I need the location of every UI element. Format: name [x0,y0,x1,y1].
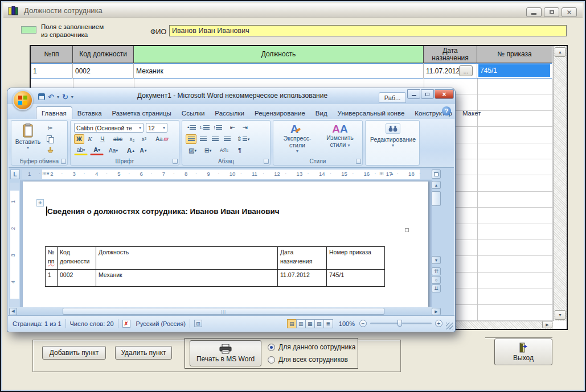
ribbon-tab-макет[interactable]: Макет [457,107,486,119]
format-painter-icon[interactable] [44,146,56,156]
ribbon-tab-ссылки[interactable]: Ссылки [177,107,210,119]
strikethrough-button[interactable]: abc [110,134,125,144]
justify-button[interactable] [222,134,232,144]
previous-page-icon[interactable]: ⇈ [432,267,441,275]
ribbon-tab-рассылки[interactable]: Рассылки [210,107,249,119]
highlight-button[interactable]: ab▾ [74,146,88,155]
shrink-font-button[interactable]: А▼ [138,146,149,155]
scroll-up-icon[interactable]: ▲ [432,181,441,189]
help-icon[interactable]: ? [442,106,451,115]
bullet-list-button[interactable]: • [186,123,198,133]
column-header[interactable]: Дата назначения [424,46,477,63]
font-name-combo[interactable]: Calibri (Основной те▾ [74,123,144,133]
spellcheck-icon[interactable]: ✗ [122,320,130,328]
quick-styles-button[interactable]: A Экспресс-стили ▾ [277,123,318,156]
qat-customize-icon[interactable]: ▾ [71,94,73,100]
word-minimize-button[interactable] [407,89,420,99]
scroll-down-icon[interactable]: ▼ [555,310,565,320]
zoom-slider[interactable] [370,323,432,324]
ribbon-tab-вставка[interactable]: Вставка [72,107,107,119]
decrease-indent-button[interactable]: ⇤ [227,123,238,133]
word-close-button[interactable]: × [435,89,454,99]
align-left-button[interactable] [186,134,196,144]
table-column-marker-icon[interactable]: ⊞ [379,171,384,176]
language-indicator[interactable]: Русский (Россия) [136,320,186,327]
table-cell[interactable]: 1 [31,63,73,79]
view-fullscreen-reading-icon[interactable]: ▥ [296,319,306,328]
numbered-list-button[interactable]: 1. [199,123,211,133]
italic-button[interactable]: К [85,134,95,144]
table-cell[interactable]: Механик [134,63,424,79]
increase-indent-button[interactable]: ⇥ [239,123,251,133]
ribbon-tab-вид[interactable]: Вид [310,107,333,119]
zoom-level[interactable]: 100% [339,320,355,327]
vertical-scrollbar-track[interactable] [553,46,567,321]
save-icon[interactable] [38,93,45,100]
borders-button[interactable]: ⊞▾ [201,146,215,155]
redo-icon[interactable]: ↻ [62,93,68,101]
ribbon-tab-разметка-страницы[interactable]: Разметка страницы [107,107,177,119]
ellipsis-button[interactable]: ... [459,65,473,76]
workspace-overflow-tab[interactable]: Раб... [379,92,406,103]
hscroll-thumb[interactable]: ||| [63,308,384,315]
multilevel-list-button[interactable]: ⁝ [212,123,224,133]
word-count[interactable]: Число слов: 20 [70,320,114,327]
zoom-out-icon[interactable]: − [359,320,367,327]
radio-current-employee[interactable]: Для данного сотрудника [268,343,355,351]
macro-icon[interactable]: ⊞ [194,320,202,327]
radio-all-employees[interactable]: Для всех сотрудников [268,356,348,364]
undo-icon[interactable]: ↶ [48,93,54,101]
change-styles-button[interactable]: АA Изменить стили ▾ [320,123,360,156]
table-cell[interactable]: 0002 [73,63,134,79]
table-cell[interactable]: 745/1 [477,63,552,79]
paragraph-dialog-launcher[interactable] [264,159,269,164]
word-window[interactable]: ↶ ▾ ↻ ▾ Документ1 - Microsoft Word неком… [7,88,456,332]
print-word-button[interactable]: Печать в MS Word [190,340,261,366]
tab-selector-button[interactable]: L [10,170,20,179]
office-button[interactable] [13,90,33,110]
editing-button[interactable]: Редактирование ▾ [368,123,418,157]
font-color-button[interactable]: А▾ [90,146,104,155]
hscroll-right-icon[interactable]: ▶ [432,308,441,315]
bold-button[interactable]: Ж [74,134,84,144]
scroll-right-icon[interactable]: ▶ [542,321,552,328]
font-dialog-launcher[interactable] [173,159,178,164]
word-restore-button[interactable] [421,89,434,99]
page-indicator[interactable]: Страница: 1 из 1 [13,320,62,327]
align-center-button[interactable] [198,134,208,144]
view-outline-icon[interactable]: ▧ [314,319,324,328]
copy-icon[interactable] [44,134,56,145]
minimize-button[interactable] [526,7,542,17]
fio-input[interactable] [169,25,567,36]
remove-item-button[interactable]: Удалить пункт [115,346,172,360]
paste-button[interactable]: Вставить ▾ [15,123,41,156]
grow-font-button[interactable]: А▲ [125,146,137,155]
next-page-icon[interactable]: ⇊ [432,284,441,292]
zoom-in-icon[interactable]: + [435,320,442,327]
ruler-toggle-button[interactable] [432,170,441,179]
column-header[interactable]: № приказа [477,46,552,63]
scroll-up-icon[interactable]: ▲ [555,47,565,57]
change-case-button[interactable]: Аа▾ [106,146,121,155]
sort-button[interactable]: АЯ↓ [216,146,232,155]
table-column-marker-icon[interactable]: ⊞ [42,171,47,176]
hscroll-left-icon[interactable]: ◀ [9,308,17,315]
indent-marker-icon[interactable]: ▾ [47,171,50,176]
main-titlebar[interactable]: Должности сотрудника ✕ [3,3,583,18]
undo-dropdown-icon[interactable]: ▾ [57,94,59,100]
ribbon-tab-универсальный-конве[interactable]: Универсальный конве [333,107,410,119]
vscroll-thumb[interactable] [432,191,441,206]
ribbon-tab-рецензирование[interactable]: Рецензирование [249,107,310,119]
exit-button[interactable]: Выход [494,339,552,365]
table-move-handle-icon[interactable]: + [36,199,44,207]
pilcrow-button[interactable]: ¶ [235,146,245,155]
view-draft-icon[interactable]: ≣ [323,319,333,328]
styles-dialog-launcher[interactable] [356,159,361,164]
browse-object-icon[interactable]: ○ [432,276,441,284]
vertical-ruler[interactable]: 1234 [10,183,19,307]
column-header[interactable]: Код должности [73,46,134,63]
selected-cell[interactable]: 745/1 [478,64,550,77]
table-row[interactable]: 10002Механик11.07.2012745/1... [31,63,552,79]
underline-button[interactable]: Ч [96,134,109,144]
restore-button[interactable] [544,7,559,17]
